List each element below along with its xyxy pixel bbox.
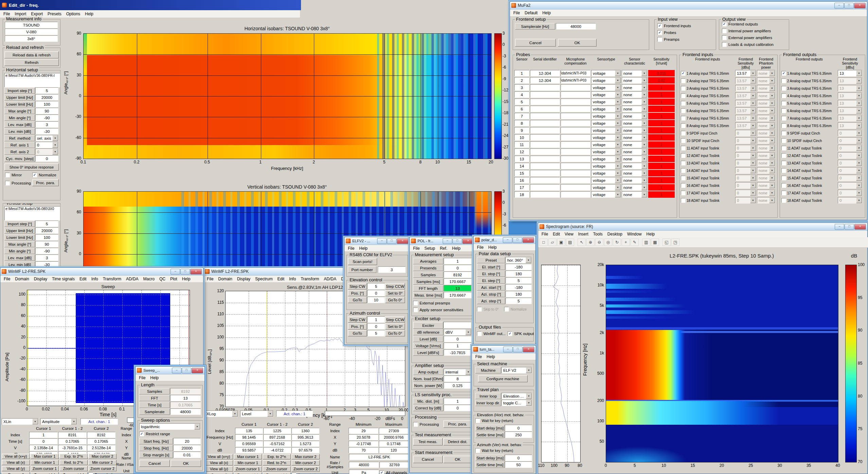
detect-dist-button[interactable]: Detect dist. — [443, 438, 472, 445]
sensortype-dropdown[interactable]: voltage▼ — [591, 163, 621, 169]
checkbox[interactable]: ✓ — [32, 173, 37, 177]
grid-button[interactable]: Min cursor 1 — [234, 460, 262, 466]
frontend-output-row[interactable]: 12 ADAT output Toslink — [781, 152, 837, 159]
characteristic-dropdown[interactable]: none▼ — [622, 77, 648, 84]
sweep-mode-dropdown[interactable]: logarithmic▼ — [139, 423, 200, 430]
dropdown-arrow-icon[interactable]: ▼ — [856, 78, 862, 84]
dropdown-arrow-icon[interactable]: ▼ — [769, 78, 775, 84]
sensitivity-cell[interactable]: 1 — [648, 163, 675, 169]
checkbox[interactable] — [413, 422, 418, 427]
dropdown-arrow-icon[interactable]: ▼ — [641, 77, 647, 83]
dropdown-arrow-icon[interactable]: ▼ — [769, 123, 775, 128]
phantom-power-dropdown[interactable]: none▼ — [757, 130, 775, 136]
processing-checkbox-row[interactable]: Processing — [413, 421, 439, 428]
sensor-number-cell[interactable]: 17 — [514, 184, 529, 191]
range-value[interactable]: 29 — [349, 428, 378, 434]
menu-item[interactable]: Domain — [13, 276, 31, 282]
grid-button[interactable]: Zoom cursor 2 — [88, 466, 117, 471]
frontend-input-row[interactable]: 4 Analog input TRS 6.35mm — [681, 92, 734, 99]
cancel-button[interactable]: Cancel — [139, 460, 170, 467]
output-sensitivity-dropdown[interactable]: 13▼ — [838, 100, 862, 106]
menu-item[interactable]: Help — [357, 245, 370, 251]
checkbox[interactable] — [781, 138, 786, 143]
frontend-input-row[interactable]: 2 Analog input TRS 6.35mm — [681, 77, 734, 84]
dropdown-arrow-icon[interactable]: ▼ — [750, 153, 756, 158]
print-icon[interactable]: ▤ — [566, 239, 574, 246]
cursor-value[interactable]: 1225 — [263, 428, 291, 434]
field-value[interactable]: 8192 — [170, 388, 201, 394]
characteristic-dropdown[interactable]: none▼ — [622, 70, 648, 76]
field-value[interactable]: -180 — [506, 284, 532, 291]
minimize-button[interactable]: – — [835, 224, 844, 230]
sensortype-dropdown[interactable]: voltage▼ — [591, 70, 621, 76]
serial-identifier-cell[interactable] — [530, 191, 560, 198]
field-value[interactable]: 180 — [506, 291, 532, 297]
checkbox[interactable] — [781, 131, 786, 136]
dropdown-arrow-icon[interactable]: ▼ — [641, 185, 647, 190]
menu-item[interactable]: AD/DA — [124, 276, 141, 282]
serial-identifier-cell[interactable] — [530, 141, 560, 148]
mic-compensation-cell[interactable] — [561, 91, 590, 98]
grid-button[interactable]: Min cursor 1 — [31, 460, 59, 465]
sensitivity-cell[interactable]: 1 — [648, 91, 675, 98]
sensor-number-cell[interactable]: 14 — [514, 163, 529, 169]
xscale-dropdown[interactable]: XLin▼ — [2, 418, 38, 425]
dropdown-arrow-icon[interactable]: ▼ — [641, 135, 647, 140]
input-sensitivity-dropdown[interactable]: 0▼ — [735, 137, 756, 144]
dropdown-arrow-icon[interactable]: ▼ — [615, 192, 621, 197]
checkbox[interactable] — [781, 123, 786, 128]
serial-identifier-cell[interactable] — [530, 91, 560, 98]
grid-button[interactable]: Zoom cursor — [263, 466, 291, 472]
mic-compensation-cell[interactable] — [561, 184, 590, 191]
mic-compensation-cell[interactable] — [561, 120, 590, 126]
menu-item[interactable]: Display — [32, 276, 50, 282]
dropdown-arrow-icon[interactable]: ▼ — [615, 156, 621, 162]
dropdown-arrow-icon[interactable]: ▼ — [465, 369, 471, 375]
grid-button[interactable]: Cursor all — [205, 472, 233, 474]
characteristic-dropdown[interactable]: none▼ — [622, 91, 648, 98]
sensor-number-cell[interactable]: 7 — [514, 113, 529, 119]
dropdown-arrow-icon[interactable]: ▼ — [769, 182, 775, 188]
field-value[interactable]: 0.17065 — [170, 402, 201, 408]
pan-icon[interactable]: ◎ — [604, 239, 612, 246]
frontend-output-row[interactable]: 16 ADAT output Toslink — [781, 182, 837, 189]
mic-compensation-cell[interactable] — [561, 106, 590, 112]
cursor-lock-row[interactable]: Cursor lock — [88, 472, 117, 474]
range-value[interactable]: 70 — [349, 447, 378, 453]
output-sensitivity-dropdown[interactable]: 0▼ — [838, 190, 862, 196]
menu-item[interactable]: File — [511, 10, 522, 16]
mic-compensation-cell[interactable] — [561, 134, 590, 141]
cursor-value[interactable]: 0.17065 — [58, 438, 87, 444]
field-value[interactable]: 20 — [173, 438, 201, 444]
menu-item[interactable]: File — [411, 245, 422, 251]
mic-compensation-cell[interactable]: \dat\mic\NTI-P03 — [561, 77, 590, 84]
frontend-input-row[interactable]: 17 ADAT input Toslink — [681, 190, 734, 196]
dropdown-arrow-icon[interactable]: ▼ — [641, 170, 647, 176]
cursor-value[interactable]: 8192 — [87, 432, 116, 438]
menu-item[interactable]: File — [205, 276, 216, 282]
frontend-output-row[interactable]: 2 Analog output TRS 6.35mm — [781, 77, 837, 84]
ok-button[interactable]: OK — [443, 456, 472, 463]
dropdown-arrow-icon[interactable]: ▼ — [71, 419, 77, 424]
menu-item[interactable]: QC — [157, 276, 168, 282]
output-sensitivity-dropdown[interactable]: 0▼ — [838, 167, 862, 174]
menu-item[interactable]: Tools — [591, 231, 605, 237]
checkbox[interactable] — [722, 29, 727, 33]
frontend-output-row[interactable]: 11 ADAT output Toslink — [781, 145, 837, 152]
input-sensitivity-dropdown[interactable]: 0▼ — [735, 152, 756, 159]
field-value[interactable]: 0 — [444, 336, 472, 342]
serial-identifier-cell[interactable]: 12-304 — [530, 77, 560, 84]
dropdown-arrow-icon[interactable]: ▼ — [641, 149, 647, 155]
characteristic-dropdown[interactable]: none▼ — [622, 127, 648, 134]
dropdown-arrow-icon[interactable]: ▼ — [615, 113, 621, 119]
grid-button[interactable]: View all (x) — [2, 460, 30, 465]
name-value[interactable]: L2-FRE.SPK — [349, 454, 409, 460]
grid-button[interactable]: Min cursor 2 — [88, 460, 117, 465]
minimize-button[interactable]: – — [172, 368, 181, 373]
colorbar-icon[interactable]: ▥ — [642, 239, 650, 246]
spectrogram-titlebar[interactable]: Spectrogram (source: FR) –□× — [538, 223, 867, 231]
mufa2-titlebar[interactable]: MuFa2 –□× — [510, 2, 867, 10]
field-value[interactable]: 13 — [444, 285, 472, 292]
serial-identifier-cell[interactable] — [530, 177, 560, 183]
grid-button[interactable]: Max cursor 1 — [31, 454, 59, 459]
